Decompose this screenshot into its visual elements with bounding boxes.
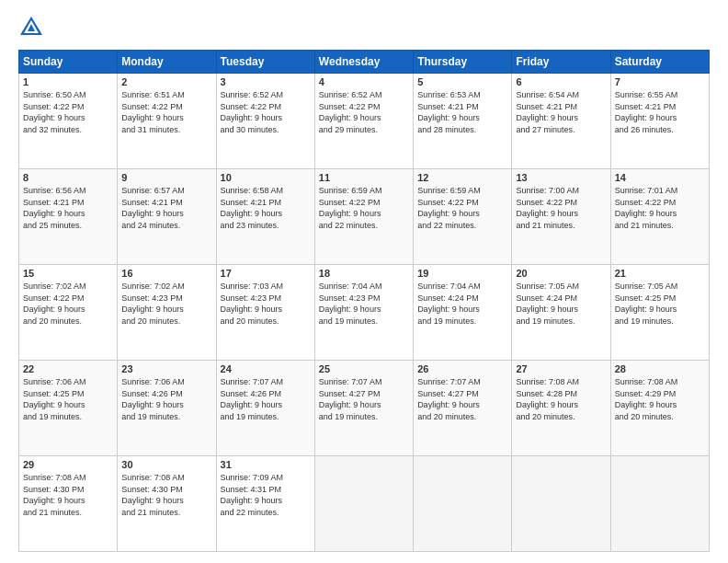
- day-info: Sunrise: 7:05 AM Sunset: 4:25 PM Dayligh…: [615, 281, 705, 327]
- day-number: 9: [121, 172, 211, 183]
- calendar-cell: 1Sunrise: 6:50 AM Sunset: 4:22 PM Daylig…: [19, 74, 118, 169]
- day-info: Sunrise: 7:07 AM Sunset: 4:26 PM Dayligh…: [221, 376, 311, 422]
- calendar-week-row: 1Sunrise: 6:50 AM Sunset: 4:22 PM Daylig…: [19, 74, 710, 169]
- day-number: 29: [23, 459, 113, 470]
- day-number: 30: [121, 459, 211, 470]
- day-info: Sunrise: 7:08 AM Sunset: 4:30 PM Dayligh…: [23, 472, 113, 518]
- day-number: 27: [516, 363, 606, 374]
- calendar-cell: 27Sunrise: 7:08 AM Sunset: 4:28 PM Dayli…: [512, 361, 610, 456]
- calendar-cell: [610, 456, 709, 552]
- calendar-header-tuesday: Tuesday: [216, 51, 314, 74]
- calendar-week-row: 8Sunrise: 6:56 AM Sunset: 4:21 PM Daylig…: [19, 169, 710, 265]
- calendar-cell: 16Sunrise: 7:02 AM Sunset: 4:23 PM Dayli…: [118, 265, 216, 361]
- calendar-header-sunday: Sunday: [19, 51, 118, 74]
- day-info: Sunrise: 7:02 AM Sunset: 4:23 PM Dayligh…: [121, 281, 211, 327]
- day-number: 11: [319, 172, 409, 183]
- calendar-cell: 11Sunrise: 6:59 AM Sunset: 4:22 PM Dayli…: [314, 169, 413, 265]
- day-info: Sunrise: 7:07 AM Sunset: 4:27 PM Dayligh…: [417, 376, 507, 422]
- day-number: 4: [319, 76, 409, 87]
- day-number: 18: [319, 268, 409, 279]
- day-number: 25: [319, 363, 409, 374]
- day-info: Sunrise: 7:02 AM Sunset: 4:22 PM Dayligh…: [23, 281, 113, 327]
- day-number: 12: [417, 172, 507, 183]
- calendar-cell: 22Sunrise: 7:06 AM Sunset: 4:25 PM Dayli…: [19, 361, 118, 456]
- calendar-header-monday: Monday: [118, 51, 216, 74]
- day-number: 19: [417, 268, 507, 279]
- logo-icon: [18, 15, 44, 40]
- calendar-week-row: 29Sunrise: 7:08 AM Sunset: 4:30 PM Dayli…: [19, 456, 710, 552]
- day-info: Sunrise: 7:04 AM Sunset: 4:24 PM Dayligh…: [417, 281, 507, 327]
- calendar-cell: 24Sunrise: 7:07 AM Sunset: 4:26 PM Dayli…: [216, 361, 314, 456]
- calendar-cell: 9Sunrise: 6:57 AM Sunset: 4:21 PM Daylig…: [118, 169, 216, 265]
- calendar-week-row: 22Sunrise: 7:06 AM Sunset: 4:25 PM Dayli…: [19, 361, 710, 456]
- day-info: Sunrise: 7:04 AM Sunset: 4:23 PM Dayligh…: [319, 281, 409, 327]
- calendar-cell: 10Sunrise: 6:58 AM Sunset: 4:21 PM Dayli…: [216, 169, 314, 265]
- header: [18, 15, 710, 40]
- day-info: Sunrise: 6:52 AM Sunset: 4:22 PM Dayligh…: [221, 89, 311, 135]
- calendar-cell: 14Sunrise: 7:01 AM Sunset: 4:22 PM Dayli…: [610, 169, 709, 265]
- calendar-cell: 28Sunrise: 7:08 AM Sunset: 4:29 PM Dayli…: [610, 361, 709, 456]
- day-number: 2: [121, 76, 211, 87]
- calendar-cell: 25Sunrise: 7:07 AM Sunset: 4:27 PM Dayli…: [314, 361, 413, 456]
- day-info: Sunrise: 6:57 AM Sunset: 4:21 PM Dayligh…: [121, 185, 211, 231]
- day-info: Sunrise: 7:09 AM Sunset: 4:31 PM Dayligh…: [221, 472, 311, 518]
- day-number: 17: [221, 268, 311, 279]
- calendar-cell: 31Sunrise: 7:09 AM Sunset: 4:31 PM Dayli…: [216, 456, 314, 552]
- calendar-cell: 29Sunrise: 7:08 AM Sunset: 4:30 PM Dayli…: [19, 456, 118, 552]
- day-info: Sunrise: 7:03 AM Sunset: 4:23 PM Dayligh…: [221, 281, 311, 327]
- calendar-cell: 13Sunrise: 7:00 AM Sunset: 4:22 PM Dayli…: [512, 169, 610, 265]
- day-info: Sunrise: 7:08 AM Sunset: 4:29 PM Dayligh…: [615, 376, 705, 422]
- day-info: Sunrise: 6:54 AM Sunset: 4:21 PM Dayligh…: [516, 89, 606, 135]
- day-number: 13: [516, 172, 606, 183]
- day-number: 15: [23, 268, 113, 279]
- calendar-header-wednesday: Wednesday: [314, 51, 413, 74]
- day-info: Sunrise: 6:53 AM Sunset: 4:21 PM Dayligh…: [417, 89, 507, 135]
- day-number: 14: [615, 172, 705, 183]
- logo: [18, 15, 48, 40]
- day-info: Sunrise: 6:51 AM Sunset: 4:22 PM Dayligh…: [121, 89, 211, 135]
- calendar-cell: 7Sunrise: 6:55 AM Sunset: 4:21 PM Daylig…: [610, 74, 709, 169]
- day-number: 24: [221, 363, 311, 374]
- calendar-cell: 2Sunrise: 6:51 AM Sunset: 4:22 PM Daylig…: [118, 74, 216, 169]
- calendar-week-row: 15Sunrise: 7:02 AM Sunset: 4:22 PM Dayli…: [19, 265, 710, 361]
- day-number: 5: [417, 76, 507, 87]
- day-info: Sunrise: 7:08 AM Sunset: 4:28 PM Dayligh…: [516, 376, 606, 422]
- day-info: Sunrise: 7:05 AM Sunset: 4:24 PM Dayligh…: [516, 281, 606, 327]
- day-number: 26: [417, 363, 507, 374]
- calendar-header-row: SundayMondayTuesdayWednesdayThursdayFrid…: [19, 51, 710, 74]
- day-info: Sunrise: 6:52 AM Sunset: 4:22 PM Dayligh…: [319, 89, 409, 135]
- day-number: 6: [516, 76, 606, 87]
- day-info: Sunrise: 7:01 AM Sunset: 4:22 PM Dayligh…: [615, 185, 705, 231]
- calendar-cell: 21Sunrise: 7:05 AM Sunset: 4:25 PM Dayli…: [610, 265, 709, 361]
- calendar-cell: [512, 456, 610, 552]
- day-info: Sunrise: 7:06 AM Sunset: 4:26 PM Dayligh…: [121, 376, 211, 422]
- day-info: Sunrise: 7:08 AM Sunset: 4:30 PM Dayligh…: [121, 472, 211, 518]
- calendar-cell: [414, 456, 512, 552]
- day-info: Sunrise: 7:00 AM Sunset: 4:22 PM Dayligh…: [516, 185, 606, 231]
- day-number: 23: [121, 363, 211, 374]
- calendar-cell: 23Sunrise: 7:06 AM Sunset: 4:26 PM Dayli…: [118, 361, 216, 456]
- day-number: 31: [221, 459, 311, 470]
- day-info: Sunrise: 6:58 AM Sunset: 4:21 PM Dayligh…: [221, 185, 311, 231]
- day-number: 20: [516, 268, 606, 279]
- day-info: Sunrise: 6:59 AM Sunset: 4:22 PM Dayligh…: [319, 185, 409, 231]
- calendar-cell: 3Sunrise: 6:52 AM Sunset: 4:22 PM Daylig…: [216, 74, 314, 169]
- day-info: Sunrise: 6:55 AM Sunset: 4:21 PM Dayligh…: [615, 89, 705, 135]
- calendar-cell: 5Sunrise: 6:53 AM Sunset: 4:21 PM Daylig…: [414, 74, 512, 169]
- day-number: 10: [221, 172, 311, 183]
- calendar-cell: 8Sunrise: 6:56 AM Sunset: 4:21 PM Daylig…: [19, 169, 118, 265]
- calendar-cell: 6Sunrise: 6:54 AM Sunset: 4:21 PM Daylig…: [512, 74, 610, 169]
- day-number: 21: [615, 268, 705, 279]
- page: SundayMondayTuesdayWednesdayThursdayFrid…: [0, 0, 728, 563]
- calendar-cell: 4Sunrise: 6:52 AM Sunset: 4:22 PM Daylig…: [314, 74, 413, 169]
- day-number: 7: [615, 76, 705, 87]
- calendar-table: SundayMondayTuesdayWednesdayThursdayFrid…: [18, 50, 710, 552]
- day-info: Sunrise: 6:56 AM Sunset: 4:21 PM Dayligh…: [23, 185, 113, 231]
- day-info: Sunrise: 6:50 AM Sunset: 4:22 PM Dayligh…: [23, 89, 113, 135]
- calendar-header-saturday: Saturday: [610, 51, 709, 74]
- calendar-cell: 26Sunrise: 7:07 AM Sunset: 4:27 PM Dayli…: [414, 361, 512, 456]
- day-number: 3: [221, 76, 311, 87]
- calendar-header-friday: Friday: [512, 51, 610, 74]
- calendar-cell: 20Sunrise: 7:05 AM Sunset: 4:24 PM Dayli…: [512, 265, 610, 361]
- day-number: 28: [615, 363, 705, 374]
